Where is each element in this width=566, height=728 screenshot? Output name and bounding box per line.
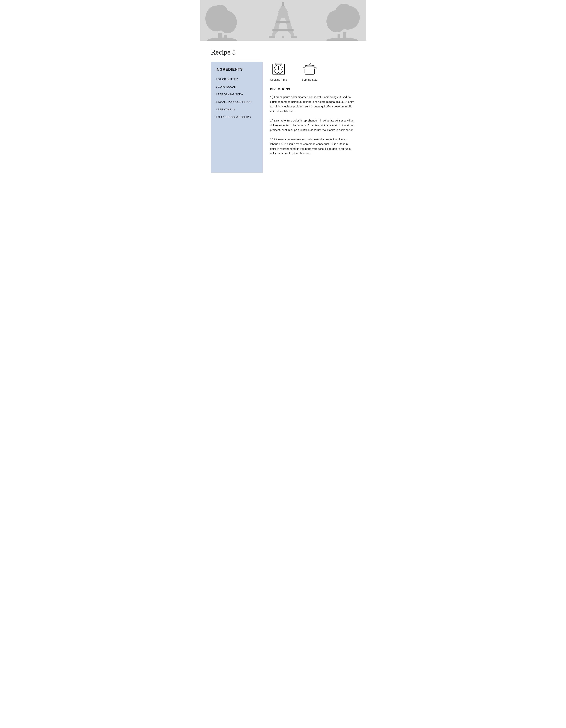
ingredients-panel: INGREDIENTS 1 STICK BUTTER 2 CUPS SUGAR … xyxy=(211,62,263,173)
svg-point-34 xyxy=(309,63,310,64)
recipe-title: Recipe 5 xyxy=(200,41,366,62)
svg-rect-6 xyxy=(269,36,297,38)
svg-rect-38 xyxy=(314,67,316,69)
svg-point-20 xyxy=(335,4,353,24)
ingredient-item: 1 TSP BAKING SODA xyxy=(216,90,258,98)
svg-rect-13 xyxy=(282,2,284,6)
left-tree-icon xyxy=(205,4,239,41)
direction-step-2: 2.) Duis aute irure dolor in reprehender… xyxy=(270,118,355,132)
svg-point-2 xyxy=(212,5,229,25)
ingredient-item: 1 STICK BUTTER xyxy=(216,75,258,83)
eiffel-tower-icon xyxy=(268,2,298,41)
right-column: Cooking Time xyxy=(270,62,355,161)
svg-point-5 xyxy=(207,38,237,41)
svg-rect-37 xyxy=(303,67,305,69)
directions-section: DIRECTIONS 1.) Lorem ipsum dolor sit ame… xyxy=(270,88,355,156)
directions-heading: DIRECTIONS xyxy=(270,88,355,91)
cooking-time-item: Cooking Time xyxy=(270,62,287,81)
svg-point-32 xyxy=(278,69,279,70)
svg-rect-10 xyxy=(276,21,290,23)
serving-size-label: Serving Size xyxy=(302,78,317,81)
timer-icon xyxy=(271,62,286,77)
svg-rect-33 xyxy=(275,63,282,65)
ingredient-item: 1 CUP CHOCOLATE CHIPS xyxy=(216,113,258,121)
cooking-time-label: Cooking Time xyxy=(270,78,287,81)
serving-size-item: Serving Size xyxy=(302,62,317,81)
svg-rect-12 xyxy=(279,12,287,18)
ingredient-item: 2 CUPS SUGAR xyxy=(216,83,258,90)
direction-step-3: 3.) Ut enim ad minim veniam, quis nostru… xyxy=(270,137,355,156)
right-tree-icon xyxy=(324,4,361,41)
ingredient-item: 1 TSP VANILLA xyxy=(216,106,258,113)
svg-point-23 xyxy=(326,38,358,41)
pot-icon xyxy=(302,62,317,77)
direction-step-1: 1.) Lorem ipsum dolor sit amet, consecte… xyxy=(270,95,355,114)
ingredient-item: 1 1/2 ALL PURPOSE FLOUR xyxy=(216,98,258,106)
svg-point-17 xyxy=(285,33,289,39)
svg-rect-36 xyxy=(305,66,314,74)
svg-rect-9 xyxy=(273,29,294,31)
ingredients-heading: INGREDIENTS xyxy=(216,67,258,72)
svg-point-15 xyxy=(277,33,281,39)
main-content: INGREDIENTS 1 STICK BUTTER 2 CUPS SUGAR … xyxy=(200,62,366,180)
header-image xyxy=(200,0,366,41)
icons-row: Cooking Time xyxy=(270,62,355,81)
